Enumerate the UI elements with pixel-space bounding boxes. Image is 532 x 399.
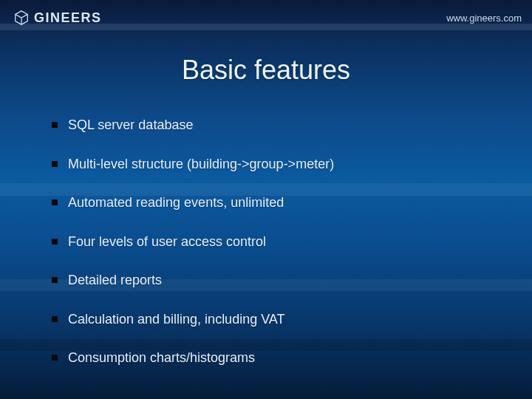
bullet-text: Calculation and billing, including VAT	[68, 311, 492, 328]
bullet-icon	[52, 239, 58, 245]
site-url: www.gineers.com	[446, 13, 522, 24]
bullet-icon	[52, 277, 58, 283]
bullet-icon	[52, 200, 58, 205]
list-item: Multi-level structure (building->group->…	[40, 156, 492, 173]
list-item: Automated reading events, unlimited	[40, 194, 492, 211]
list-item: SQL server database	[40, 117, 492, 134]
bullet-text: Detailed reports	[68, 272, 492, 289]
header: GINEERS www.gineers.com	[13, 7, 522, 28]
bullet-icon	[52, 355, 58, 361]
bullet-text: Four levels of user access control	[68, 233, 492, 250]
slide: GINEERS www.gineers.com Basic features S…	[0, 0, 532, 399]
bullet-text: SQL server database	[68, 117, 492, 134]
list-item: Calculation and billing, including VAT	[40, 311, 492, 328]
bullet-icon	[52, 316, 58, 322]
bullet-icon	[52, 122, 58, 128]
brand-name: GINEERS	[34, 10, 102, 26]
cube-icon	[13, 10, 30, 26]
brand-logo: GINEERS	[13, 10, 102, 26]
list-item: Detailed reports	[40, 272, 492, 289]
bullet-text: Consumption charts/histograms	[68, 349, 492, 366]
slide-title: Basic features	[0, 55, 532, 86]
list-item: Four levels of user access control	[40, 233, 492, 250]
bullet-icon	[52, 161, 58, 167]
bullet-text: Multi-level structure (building->group->…	[68, 156, 492, 173]
bullet-list: SQL server database Multi-level structur…	[40, 117, 492, 389]
bullet-text: Automated reading events, unlimited	[68, 194, 492, 211]
list-item: Consumption charts/histograms	[40, 349, 492, 366]
